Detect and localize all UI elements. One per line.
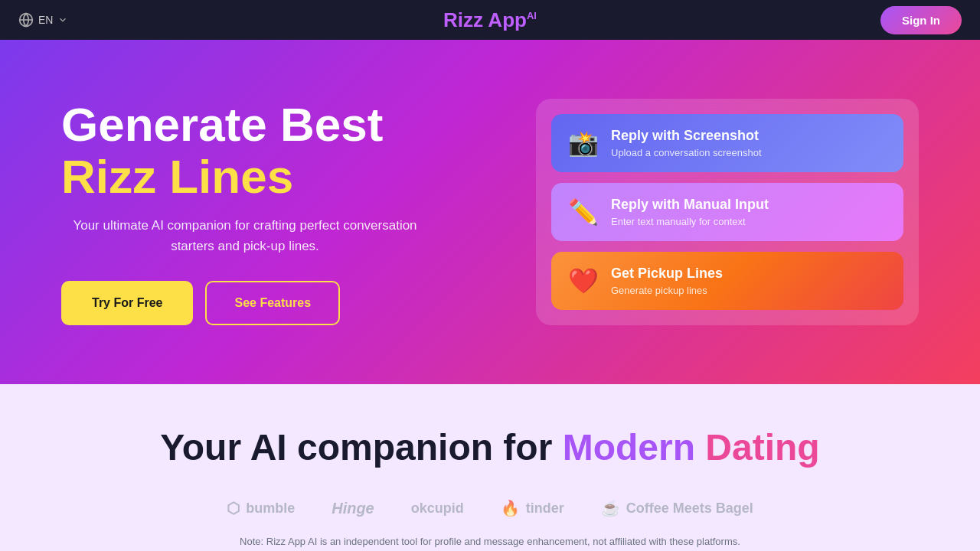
navbar: EN Rizz AppAI Sign In: [0, 0, 980, 40]
brand-bumble: ⬡ bumble: [227, 499, 295, 517]
hero-subtitle: Your ultimate AI companion for crafting …: [61, 215, 429, 256]
screenshot-card-text: Reply with Screenshot Upload a conversat…: [611, 128, 762, 158]
sign-in-button[interactable]: Sign In: [880, 6, 962, 34]
globe-icon: [18, 12, 34, 28]
reply-manual-card[interactable]: ✏️ Reply with Manual Input Enter text ma…: [551, 183, 903, 241]
hero-buttons: Try For Free See Features: [61, 281, 505, 325]
hero-left: Generate Best Rizz Lines Your ultimate A…: [61, 99, 536, 326]
logo-text: Rizz App: [443, 8, 527, 31]
lower-title-pink: Dating: [705, 427, 819, 468]
cmb-icon: ☕: [601, 499, 620, 517]
get-pickup-card[interactable]: ❤️ Get Pickup Lines Generate pickup line…: [551, 252, 903, 310]
lower-title: Your AI companion for Modern Dating: [160, 426, 819, 468]
bumble-icon: ⬡: [227, 499, 240, 517]
hero-title-line2: Rizz Lines: [61, 151, 505, 203]
try-for-free-button[interactable]: Try For Free: [61, 281, 193, 325]
pickup-card-subtitle: Generate pickup lines: [611, 285, 723, 296]
manual-card-title: Reply with Manual Input: [611, 197, 769, 213]
pickup-card-text: Get Pickup Lines Generate pickup lines: [611, 266, 723, 296]
brand-coffeemeetsbagel: ☕ Coffee Meets Bagel: [601, 499, 753, 517]
okcupid-label: okcupid: [411, 500, 464, 517]
manual-card-text: Reply with Manual Input Enter text manua…: [611, 197, 769, 227]
see-features-button[interactable]: See Features: [205, 281, 340, 325]
manual-icon: ✏️: [568, 197, 599, 227]
language-selector[interactable]: EN: [18, 12, 68, 28]
pickup-card-title: Get Pickup Lines: [611, 266, 723, 282]
manual-card-subtitle: Enter text manually for context: [611, 216, 769, 227]
cmb-label: Coffee Meets Bagel: [626, 500, 753, 517]
app-logo: Rizz AppAI: [443, 8, 537, 32]
hero-section: Generate Best Rizz Lines Your ultimate A…: [0, 40, 980, 384]
language-label: EN: [38, 14, 53, 26]
tinder-label: tinder: [526, 500, 564, 517]
screenshot-card-title: Reply with Screenshot: [611, 128, 762, 144]
screenshot-icon: 📸: [568, 129, 599, 158]
brand-hinge: Hinge: [332, 500, 374, 517]
brand-tinder: 🔥 tinder: [501, 499, 564, 517]
lower-title-plain: Your AI companion for: [160, 427, 562, 468]
hero-title-line1: Generate Best: [61, 98, 383, 151]
brands-list: ⬡ bumble Hinge okcupid 🔥 tinder ☕ Coffee…: [227, 499, 753, 517]
lower-section: Your AI companion for Modern Dating ⬡ bu…: [0, 384, 980, 551]
card-panel: 📸 Reply with Screenshot Upload a convers…: [536, 99, 919, 325]
reply-screenshot-card[interactable]: 📸 Reply with Screenshot Upload a convers…: [551, 114, 903, 172]
screenshot-card-subtitle: Upload a conversation screenshot: [611, 147, 762, 158]
logo-sup: AI: [527, 10, 537, 21]
hinge-label: Hinge: [332, 500, 374, 517]
hero-title: Generate Best Rizz Lines: [61, 99, 505, 203]
bumble-label: bumble: [246, 500, 295, 517]
chevron-down-icon: [57, 15, 68, 25]
lower-title-purple: Modern: [563, 427, 706, 468]
tinder-icon: 🔥: [501, 499, 520, 517]
brand-okcupid: okcupid: [411, 500, 464, 517]
note-text: Note: Rizz App AI is an independent tool…: [240, 536, 740, 547]
hero-right: 📸 Reply with Screenshot Upload a convers…: [536, 99, 919, 325]
pickup-icon: ❤️: [568, 266, 599, 295]
